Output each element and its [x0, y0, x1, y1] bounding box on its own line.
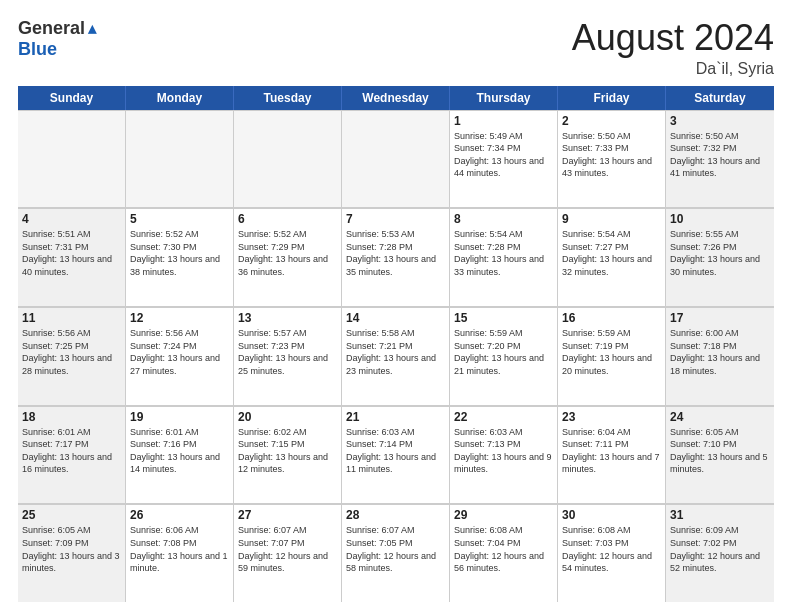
header-thursday: Thursday	[450, 86, 558, 110]
cell-info: Sunrise: 6:01 AMSunset: 7:17 PMDaylight:…	[22, 426, 121, 476]
cell-info: Sunrise: 5:57 AMSunset: 7:23 PMDaylight:…	[238, 327, 337, 377]
cell-info: Sunrise: 6:01 AMSunset: 7:16 PMDaylight:…	[130, 426, 229, 476]
calendar-cell-w4-d6: 31Sunrise: 6:09 AMSunset: 7:02 PMDayligh…	[666, 504, 774, 602]
calendar-week-0: 1Sunrise: 5:49 AMSunset: 7:34 PMDaylight…	[18, 110, 774, 209]
calendar-cell-w1-d4: 8Sunrise: 5:54 AMSunset: 7:28 PMDaylight…	[450, 208, 558, 306]
cell-info: Sunrise: 5:59 AMSunset: 7:20 PMDaylight:…	[454, 327, 553, 377]
cell-info: Sunrise: 5:50 AMSunset: 7:33 PMDaylight:…	[562, 130, 661, 180]
header-saturday: Saturday	[666, 86, 774, 110]
day-number: 26	[130, 508, 229, 522]
cell-info: Sunrise: 6:00 AMSunset: 7:18 PMDaylight:…	[670, 327, 770, 377]
calendar-week-1: 4Sunrise: 5:51 AMSunset: 7:31 PMDaylight…	[18, 208, 774, 307]
cell-info: Sunrise: 6:04 AMSunset: 7:11 PMDaylight:…	[562, 426, 661, 476]
day-number: 14	[346, 311, 445, 325]
cell-info: Sunrise: 5:52 AMSunset: 7:29 PMDaylight:…	[238, 228, 337, 278]
calendar-week-3: 18Sunrise: 6:01 AMSunset: 7:17 PMDayligh…	[18, 406, 774, 505]
calendar-cell-w0-d0	[18, 110, 126, 208]
logo-general: General ▴	[18, 18, 96, 39]
day-number: 1	[454, 114, 553, 128]
calendar-cell-w2-d0: 11Sunrise: 5:56 AMSunset: 7:25 PMDayligh…	[18, 307, 126, 405]
cell-info: Sunrise: 6:02 AMSunset: 7:15 PMDaylight:…	[238, 426, 337, 476]
header-monday: Monday	[126, 86, 234, 110]
calendar-cell-w3-d3: 21Sunrise: 6:03 AMSunset: 7:14 PMDayligh…	[342, 406, 450, 504]
calendar-cell-w3-d6: 24Sunrise: 6:05 AMSunset: 7:10 PMDayligh…	[666, 406, 774, 504]
cell-info: Sunrise: 5:55 AMSunset: 7:26 PMDaylight:…	[670, 228, 770, 278]
month-title: August 2024	[572, 18, 774, 58]
location: Da`il, Syria	[572, 60, 774, 78]
cell-info: Sunrise: 5:56 AMSunset: 7:24 PMDaylight:…	[130, 327, 229, 377]
cell-info: Sunrise: 6:03 AMSunset: 7:14 PMDaylight:…	[346, 426, 445, 476]
day-number: 7	[346, 212, 445, 226]
day-number: 17	[670, 311, 770, 325]
day-number: 6	[238, 212, 337, 226]
logo-blue-text: Blue	[18, 39, 96, 60]
day-number: 4	[22, 212, 121, 226]
day-number: 3	[670, 114, 770, 128]
calendar-cell-w4-d2: 27Sunrise: 6:07 AMSunset: 7:07 PMDayligh…	[234, 504, 342, 602]
cell-info: Sunrise: 5:53 AMSunset: 7:28 PMDaylight:…	[346, 228, 445, 278]
header-friday: Friday	[558, 86, 666, 110]
calendar-cell-w3-d2: 20Sunrise: 6:02 AMSunset: 7:15 PMDayligh…	[234, 406, 342, 504]
calendar-cell-w1-d3: 7Sunrise: 5:53 AMSunset: 7:28 PMDaylight…	[342, 208, 450, 306]
bird-icon: ▴	[88, 19, 96, 38]
calendar-cell-w0-d2	[234, 110, 342, 208]
calendar-cell-w0-d5: 2Sunrise: 5:50 AMSunset: 7:33 PMDaylight…	[558, 110, 666, 208]
day-number: 5	[130, 212, 229, 226]
day-number: 24	[670, 410, 770, 424]
calendar-cell-w2-d4: 15Sunrise: 5:59 AMSunset: 7:20 PMDayligh…	[450, 307, 558, 405]
day-number: 2	[562, 114, 661, 128]
header: General ▴ Blue August 2024 Da`il, Syria	[18, 18, 774, 78]
page: General ▴ Blue August 2024 Da`il, Syria …	[0, 0, 792, 612]
title-block: August 2024 Da`il, Syria	[572, 18, 774, 78]
calendar-cell-w2-d1: 12Sunrise: 5:56 AMSunset: 7:24 PMDayligh…	[126, 307, 234, 405]
calendar-cell-w1-d0: 4Sunrise: 5:51 AMSunset: 7:31 PMDaylight…	[18, 208, 126, 306]
cell-info: Sunrise: 6:03 AMSunset: 7:13 PMDaylight:…	[454, 426, 553, 476]
calendar-cell-w1-d6: 10Sunrise: 5:55 AMSunset: 7:26 PMDayligh…	[666, 208, 774, 306]
header-wednesday: Wednesday	[342, 86, 450, 110]
day-number: 25	[22, 508, 121, 522]
day-number: 22	[454, 410, 553, 424]
cell-info: Sunrise: 5:54 AMSunset: 7:28 PMDaylight:…	[454, 228, 553, 278]
day-number: 29	[454, 508, 553, 522]
calendar-week-2: 11Sunrise: 5:56 AMSunset: 7:25 PMDayligh…	[18, 307, 774, 406]
header-sunday: Sunday	[18, 86, 126, 110]
calendar-cell-w1-d2: 6Sunrise: 5:52 AMSunset: 7:29 PMDaylight…	[234, 208, 342, 306]
cell-info: Sunrise: 5:51 AMSunset: 7:31 PMDaylight:…	[22, 228, 121, 278]
cell-info: Sunrise: 5:52 AMSunset: 7:30 PMDaylight:…	[130, 228, 229, 278]
calendar-header: Sunday Monday Tuesday Wednesday Thursday…	[18, 86, 774, 110]
cell-info: Sunrise: 6:05 AMSunset: 7:09 PMDaylight:…	[22, 524, 121, 574]
calendar-cell-w0-d3	[342, 110, 450, 208]
calendar-cell-w2-d2: 13Sunrise: 5:57 AMSunset: 7:23 PMDayligh…	[234, 307, 342, 405]
cell-info: Sunrise: 5:54 AMSunset: 7:27 PMDaylight:…	[562, 228, 661, 278]
calendar-cell-w0-d6: 3Sunrise: 5:50 AMSunset: 7:32 PMDaylight…	[666, 110, 774, 208]
cell-info: Sunrise: 6:06 AMSunset: 7:08 PMDaylight:…	[130, 524, 229, 574]
calendar-cell-w3-d0: 18Sunrise: 6:01 AMSunset: 7:17 PMDayligh…	[18, 406, 126, 504]
day-number: 16	[562, 311, 661, 325]
day-number: 10	[670, 212, 770, 226]
header-tuesday: Tuesday	[234, 86, 342, 110]
calendar-cell-w2-d6: 17Sunrise: 6:00 AMSunset: 7:18 PMDayligh…	[666, 307, 774, 405]
day-number: 30	[562, 508, 661, 522]
calendar: Sunday Monday Tuesday Wednesday Thursday…	[18, 86, 774, 602]
day-number: 13	[238, 311, 337, 325]
calendar-cell-w4-d0: 25Sunrise: 6:05 AMSunset: 7:09 PMDayligh…	[18, 504, 126, 602]
day-number: 23	[562, 410, 661, 424]
calendar-cell-w2-d3: 14Sunrise: 5:58 AMSunset: 7:21 PMDayligh…	[342, 307, 450, 405]
calendar-cell-w4-d1: 26Sunrise: 6:06 AMSunset: 7:08 PMDayligh…	[126, 504, 234, 602]
day-number: 20	[238, 410, 337, 424]
cell-info: Sunrise: 6:08 AMSunset: 7:04 PMDaylight:…	[454, 524, 553, 574]
cell-info: Sunrise: 6:07 AMSunset: 7:05 PMDaylight:…	[346, 524, 445, 574]
logo-general-text: General	[18, 18, 85, 39]
calendar-cell-w0-d1	[126, 110, 234, 208]
cell-info: Sunrise: 6:08 AMSunset: 7:03 PMDaylight:…	[562, 524, 661, 574]
calendar-cell-w1-d5: 9Sunrise: 5:54 AMSunset: 7:27 PMDaylight…	[558, 208, 666, 306]
day-number: 9	[562, 212, 661, 226]
day-number: 31	[670, 508, 770, 522]
calendar-week-4: 25Sunrise: 6:05 AMSunset: 7:09 PMDayligh…	[18, 504, 774, 602]
calendar-body: 1Sunrise: 5:49 AMSunset: 7:34 PMDaylight…	[18, 110, 774, 602]
calendar-cell-w3-d4: 22Sunrise: 6:03 AMSunset: 7:13 PMDayligh…	[450, 406, 558, 504]
day-number: 15	[454, 311, 553, 325]
cell-info: Sunrise: 6:09 AMSunset: 7:02 PMDaylight:…	[670, 524, 770, 574]
calendar-cell-w3-d5: 23Sunrise: 6:04 AMSunset: 7:11 PMDayligh…	[558, 406, 666, 504]
logo: General ▴ Blue	[18, 18, 96, 60]
